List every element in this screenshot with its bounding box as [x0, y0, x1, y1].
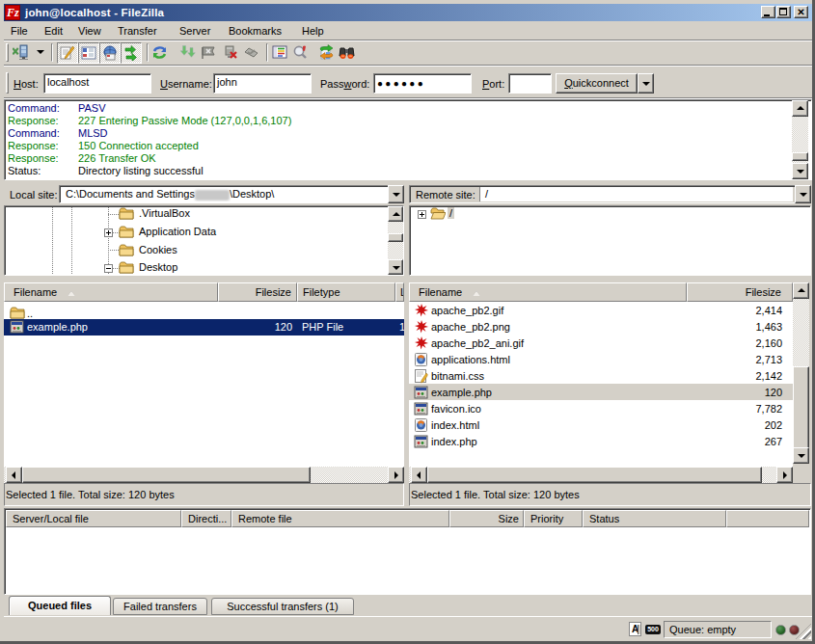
- svg-text:Fz: Fz: [6, 6, 19, 19]
